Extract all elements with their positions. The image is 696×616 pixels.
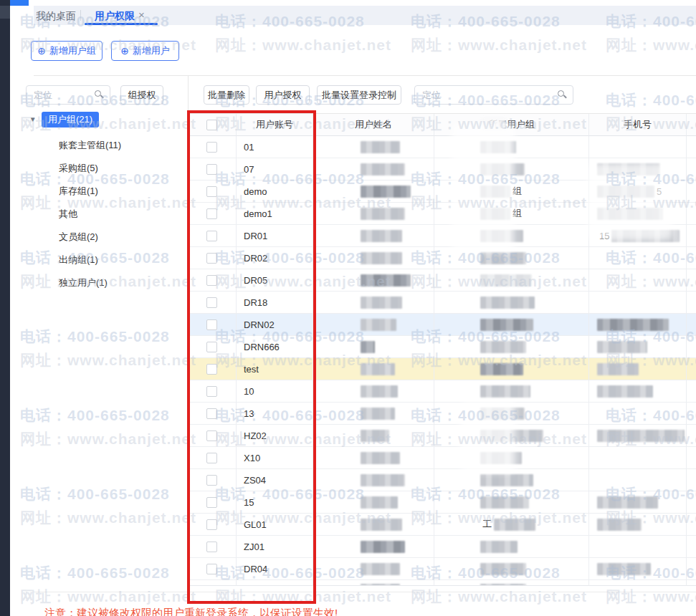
table-row[interactable]: DR18 [188, 292, 696, 314]
table-row[interactable]: GL01工 [188, 514, 696, 536]
row-checkbox[interactable] [206, 364, 217, 375]
phone-cell [589, 425, 687, 447]
batch-login-control-button[interactable]: 批量设置登录控制 [317, 85, 401, 105]
row-checkbox[interactable] [206, 342, 217, 352]
table-row[interactable]: DR04 [188, 558, 696, 580]
add-user-group-button[interactable]: ⊕ 新增用户组 [31, 41, 103, 61]
select-all-checkbox[interactable] [206, 120, 217, 130]
table-row[interactable]: DR05 [188, 269, 696, 292]
user-group-cell [434, 158, 589, 181]
tree-item-3[interactable]: 其他 [59, 203, 121, 226]
table-row[interactable]: DRN666 [188, 336, 696, 358]
row-checkbox[interactable] [206, 275, 217, 286]
table-row[interactable]: 15 [188, 491, 696, 514]
row-checkbox[interactable] [206, 564, 217, 574]
table-row [188, 580, 696, 586]
table-row[interactable]: DR0115 [188, 225, 696, 247]
row-checkbox[interactable] [206, 453, 217, 463]
tab-my-desktop[interactable]: 我的桌面 [36, 9, 76, 22]
checkbox-cell [188, 580, 237, 586]
checkbox-cell [188, 247, 237, 269]
redacted-text [480, 252, 526, 264]
tree-item-5[interactable]: 出纳组(1) [59, 249, 121, 272]
edge-cell [687, 292, 696, 314]
row-checkbox[interactable] [206, 253, 217, 264]
table-row[interactable]: test [188, 358, 696, 380]
user-authorize-button[interactable]: 用户授权 [256, 85, 310, 105]
redacted-text [361, 452, 400, 464]
row-checkbox[interactable] [206, 542, 217, 552]
phone-cell [589, 514, 687, 536]
redacted-text [361, 474, 405, 486]
checkbox-cell [188, 425, 237, 447]
checkbox-cell [188, 536, 237, 558]
table-row[interactable]: 10 [188, 380, 696, 403]
redacted-text [361, 408, 395, 420]
tree-root-user-group[interactable]: 用户组(21) [42, 112, 99, 127]
batch-delete-button[interactable]: 批量删除 [204, 85, 249, 105]
row-checkbox[interactable] [206, 497, 217, 508]
tree-children: 账套主管组(11)采购组(5)库存组(1)其他文员组(2)出纳组(1)独立用户(… [59, 135, 121, 295]
row-checkbox[interactable] [206, 430, 217, 441]
redacted-text [494, 519, 535, 531]
tree-item-2[interactable]: 库存组(1) [59, 181, 121, 203]
visible-text-fragment: 15 [599, 231, 609, 241]
user-account-cell: DRN02 [237, 314, 313, 336]
visible-text-fragment: 工 [482, 518, 492, 531]
tab-close-icon[interactable]: × [138, 9, 145, 21]
tree-item-6[interactable]: 独立用户(1) [59, 272, 121, 295]
row-checkbox[interactable] [206, 297, 217, 308]
row-checkbox[interactable] [206, 186, 217, 197]
row-checkbox[interactable] [206, 208, 217, 219]
row-checkbox[interactable] [206, 319, 217, 330]
table-row[interactable]: DR02 [188, 247, 696, 269]
user-account-cell: DRN666 [237, 336, 313, 358]
row-checkbox[interactable] [206, 231, 217, 241]
row-checkbox[interactable] [206, 386, 217, 397]
table-row[interactable]: X10 [188, 447, 696, 469]
watermark-url-text: 网址：www.chanjet.net [215, 35, 391, 55]
tab-bar: 我的桌面 用户权限 × [34, 6, 696, 25]
edge-cell [687, 536, 696, 558]
row-checkbox[interactable] [206, 142, 217, 153]
redacted-text [480, 563, 526, 575]
user-name-cell [313, 247, 434, 269]
warning-note: 注意：建议被修改权限的用户重新登录系统，以保证设置生效! [44, 607, 338, 616]
table-row[interactable]: DRN02 [188, 314, 696, 336]
redacted-text [361, 208, 405, 220]
tree-item-4[interactable]: 文员组(2) [59, 226, 121, 249]
row-checkbox[interactable] [206, 475, 217, 486]
table-row[interactable]: 07 [188, 158, 696, 181]
table-row[interactable]: 13 [188, 403, 696, 425]
tree-item-0[interactable]: 账套主管组(11) [59, 135, 121, 158]
user-group-cell [434, 292, 589, 314]
redacted-text [480, 141, 516, 153]
row-checkbox[interactable] [206, 519, 217, 530]
phone-cell [589, 403, 687, 425]
user-name-cell [313, 158, 434, 181]
table-row[interactable]: 01 [188, 136, 696, 158]
row-checkbox[interactable] [206, 164, 217, 175]
table-search-input[interactable] [421, 89, 554, 101]
table-row[interactable]: demo组5 [188, 181, 696, 203]
tree-item-1[interactable]: 采购组(5) [59, 158, 121, 181]
user-group-cell [434, 269, 589, 292]
table-row[interactable]: ZS04 [188, 469, 696, 491]
checkbox-cell [188, 181, 237, 203]
row-checkbox[interactable] [206, 408, 217, 419]
group-auth-button[interactable]: 组授权 [120, 85, 163, 105]
table-row[interactable]: demo1组 [188, 203, 696, 225]
table-row[interactable]: ZJ01 [188, 536, 696, 558]
redacted-text [597, 519, 642, 531]
tree-caret-icon[interactable]: ▾ [31, 115, 35, 124]
redacted-text [480, 584, 526, 586]
add-user-button[interactable]: ⊕ 新增用户 [111, 41, 179, 61]
tab-user-permission[interactable]: 用户权限 [95, 9, 135, 22]
table-row[interactable]: HZ02 [188, 425, 696, 447]
sidebar-search-input[interactable] [32, 89, 91, 101]
checkbox-cell [188, 358, 237, 380]
redacted-text [361, 385, 398, 398]
user-group-cell [434, 136, 589, 158]
plus-circle-icon: ⊕ [37, 46, 46, 56]
checkbox-cell [188, 558, 237, 580]
